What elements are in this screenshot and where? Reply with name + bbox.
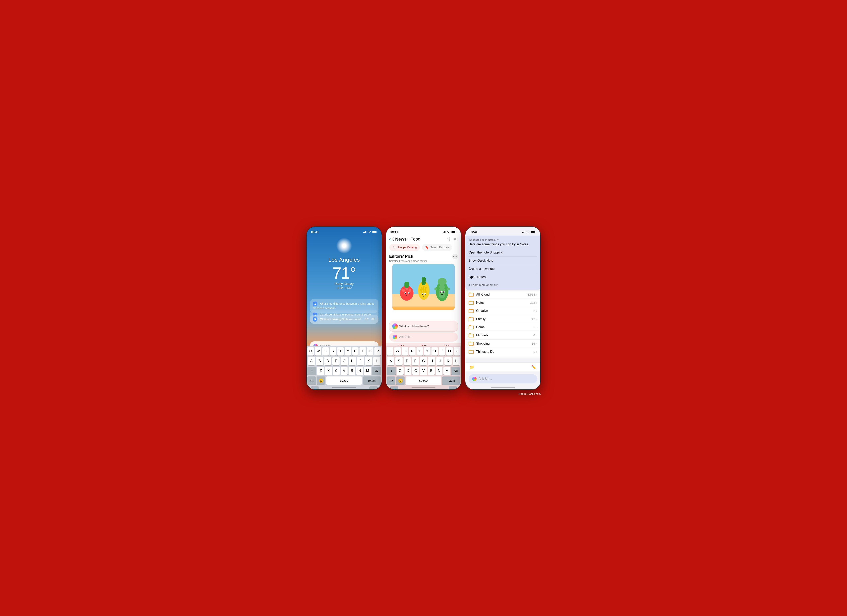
svg-point-44 [439, 292, 445, 298]
key-x-2[interactable]: X [404, 367, 411, 375]
key-j[interactable]: J [357, 357, 364, 365]
key-p[interactable]: P [375, 347, 381, 355]
key-mic-2[interactable]: 🎤 [449, 386, 457, 389]
ask-siri-bar-notes[interactable]: Ask Siri... [469, 374, 537, 383]
key-z[interactable]: Z [317, 367, 324, 375]
key-shift-2[interactable]: ⇧ [387, 367, 395, 375]
key-return[interactable]: return [363, 376, 381, 385]
key-c[interactable]: C [333, 367, 340, 375]
key-globe-2[interactable]: 🌐 [390, 386, 398, 389]
key-o-2[interactable]: O [446, 347, 453, 355]
folder-item-0[interactable]: All iCloud 1,514 › [465, 290, 540, 299]
key-q[interactable]: Q [307, 347, 314, 355]
key-r-2[interactable]: R [409, 347, 416, 355]
key-emoji-2[interactable]: 🙂 [396, 376, 404, 385]
siri-bubble-q2[interactable]: 🌤 What's a Waxing Gibbous moon? 82° 82° [310, 315, 378, 324]
key-u[interactable]: U [352, 347, 359, 355]
key-l-2[interactable]: L [453, 357, 460, 365]
key-123-2[interactable]: 123 [387, 376, 395, 385]
key-globe[interactable]: 🌐 [311, 386, 319, 389]
siri-bubble-news[interactable]: What can I do in News? [389, 321, 458, 332]
key-return-2[interactable]: return [442, 376, 460, 385]
key-e-2[interactable]: E [402, 347, 408, 355]
key-h-2[interactable]: H [428, 357, 435, 365]
folder-item-7[interactable]: Things to Do 1 › [465, 348, 540, 356]
editors-more-button[interactable]: ••• [452, 254, 458, 259]
key-d-2[interactable]: D [404, 357, 411, 365]
siri-bubble-q1[interactable]: 🌤 What's the difference between a rainy … [310, 299, 378, 313]
key-f-2[interactable]: F [412, 357, 419, 365]
siri-suggestion-0[interactable]: Open the note Shopping [469, 249, 537, 257]
key-v-2[interactable]: V [420, 367, 427, 375]
key-w[interactable]: W [315, 347, 321, 355]
siri-suggestion-1[interactable]: Show Quick Note [469, 257, 537, 265]
key-y[interactable]: Y [345, 347, 351, 355]
status-icons-3 [522, 231, 536, 233]
siri-suggestion-3[interactable]: Open Notes [469, 273, 537, 281]
key-g[interactable]: G [341, 357, 348, 365]
wifi-icon [368, 231, 371, 233]
key-b[interactable]: B [348, 367, 355, 375]
key-f[interactable]: F [332, 357, 339, 365]
key-i-2[interactable]: I [439, 347, 445, 355]
folder-item-6[interactable]: Shopping 15 › [465, 340, 540, 348]
key-e[interactable]: E [322, 347, 329, 355]
key-s[interactable]: S [316, 357, 323, 365]
key-delete[interactable]: ⌫ [372, 367, 381, 375]
key-r[interactable]: R [330, 347, 336, 355]
key-b-2[interactable]: B [428, 367, 435, 375]
key-p-2[interactable]: P [454, 347, 460, 355]
key-x[interactable]: X [325, 367, 332, 375]
folder-count-6: 15 [532, 342, 535, 345]
key-t-2[interactable]: T [416, 347, 423, 355]
key-a-2[interactable]: A [387, 357, 394, 365]
key-j-2[interactable]: J [436, 357, 443, 365]
key-space[interactable]: space [326, 376, 362, 385]
key-shift[interactable]: ⇧ [307, 367, 316, 375]
key-n-2[interactable]: N [436, 367, 443, 375]
tab-recipe-catalog[interactable]: 🍴 Recipe Catalog [389, 244, 420, 251]
folder-item-2[interactable]: Creative 2 › [465, 307, 540, 315]
tab-saved-recipes[interactable]: 🔖 Saved Recipes [422, 244, 452, 251]
key-k[interactable]: K [365, 357, 372, 365]
folder-item-5[interactable]: Manuals 0 › [465, 332, 540, 340]
news-more-icon[interactable]: ••• [454, 237, 458, 241]
key-n[interactable]: N [356, 367, 363, 375]
key-delete-2[interactable]: ⌫ [452, 367, 460, 375]
key-g-2[interactable]: G [420, 357, 427, 365]
key-u-2[interactable]: U [431, 347, 438, 355]
key-l[interactable]: L [373, 357, 381, 365]
key-h[interactable]: H [349, 357, 356, 365]
key-d[interactable]: D [324, 357, 331, 365]
key-space-2[interactable]: space [406, 376, 441, 385]
key-z-2[interactable]: Z [397, 367, 403, 375]
folder-item-4[interactable]: Home 1 › [465, 323, 540, 332]
folder-item-3[interactable]: Family 12 › [465, 315, 540, 323]
key-i[interactable]: I [360, 347, 366, 355]
key-k-2[interactable]: K [444, 357, 452, 365]
key-m[interactable]: M [364, 367, 371, 375]
key-q-2[interactable]: Q [387, 347, 393, 355]
key-a[interactable]: A [308, 357, 315, 365]
key-o[interactable]: O [367, 347, 373, 355]
key-m-2[interactable]: M [443, 367, 450, 375]
notes-folder-button[interactable]: 📁 [469, 365, 474, 370]
siri-suggestion-2[interactable]: Create a new note [469, 265, 537, 273]
folder-item-1[interactable]: Notes 122 › [465, 299, 540, 307]
key-t[interactable]: T [337, 347, 344, 355]
siri-learn-more[interactable]:  Learn more about Siri [469, 281, 537, 287]
folder-item-8[interactable]: Quick Notes 0 › [465, 356, 540, 358]
key-v[interactable]: V [341, 367, 348, 375]
ask-siri-bar-news[interactable]: Ask Siri... [389, 332, 458, 342]
svg-point-51 [438, 278, 447, 285]
news-utensils-icon[interactable]: 🍴 [446, 237, 451, 242]
notes-compose-button[interactable]: ✏️ [531, 365, 536, 370]
key-123[interactable]: 123 [307, 376, 316, 385]
key-s-2[interactable]: S [395, 357, 403, 365]
key-emoji[interactable]: 🙂 [317, 376, 325, 385]
key-mic[interactable]: 🎤 [369, 386, 378, 389]
key-y-2[interactable]: Y [424, 347, 431, 355]
key-c-2[interactable]: C [412, 367, 419, 375]
news-back-button[interactable]: ‹ [389, 236, 391, 242]
key-w-2[interactable]: W [394, 347, 401, 355]
